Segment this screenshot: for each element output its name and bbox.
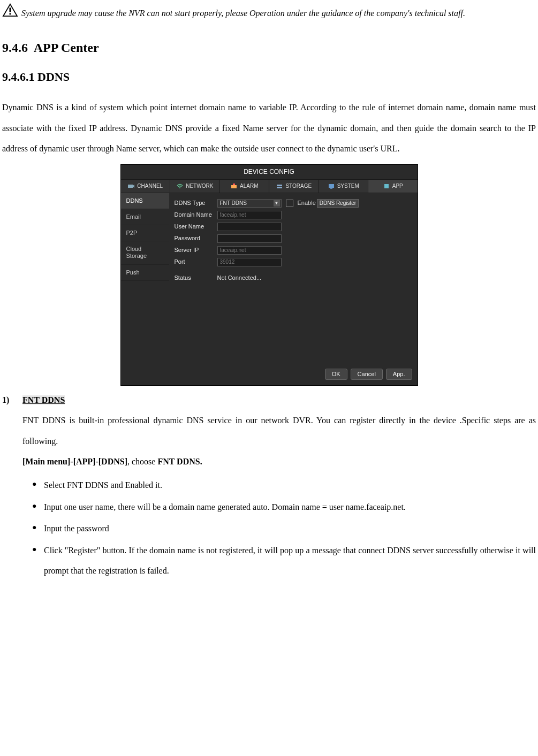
bullet-list: ● Select FNT DDNS and Enabled it. ● Inpu… <box>22 475 536 581</box>
svg-rect-12 <box>384 184 389 188</box>
sidebar-item-p2p[interactable]: P2P <box>121 225 169 241</box>
enable-label: Enable <box>298 200 316 207</box>
path-app: [APP] <box>73 457 96 466</box>
svg-rect-1 <box>10 7 11 12</box>
bullet-item: ● Input one user name, there will be a d… <box>32 497 536 517</box>
domain-name-input[interactable] <box>217 211 282 219</box>
status-value: Not Connected... <box>217 274 262 281</box>
bullet-text: Input the password <box>44 518 536 539</box>
panel-sidebar: DDNS Email P2P Cloud Storage Push <box>121 193 169 364</box>
wifi-icon <box>176 183 184 189</box>
tab-alarm[interactable]: ALARM <box>220 180 270 193</box>
heading-number: 9.4.6 <box>2 41 28 55</box>
heading-title: APP Center <box>34 41 99 55</box>
ddns-register-button[interactable]: DDNS Register <box>317 199 359 208</box>
tab-label: SYSTEM <box>337 183 359 189</box>
warning-icon <box>2 3 18 17</box>
bullet-text: Select FNT DDNS and Enabled it. <box>44 475 536 495</box>
svg-rect-3 <box>128 185 133 188</box>
storage-icon <box>276 183 283 189</box>
tab-label: CHANNEL <box>137 183 163 189</box>
tab-app[interactable]: APP <box>368 180 418 193</box>
app-icon <box>383 183 390 189</box>
numbered-list: 1) FNT DDNS FNT DDNS is built-in profess… <box>2 390 536 583</box>
panel-form: DDNS Type FNT DDNS ▼ Enable DDNS Registe… <box>169 193 418 364</box>
tab-channel[interactable]: CHANNEL <box>121 180 171 193</box>
bullet-item: ● Input the password <box>32 518 536 539</box>
panel-tabs: CHANNEL NETWORK ALARM STORAGE SYSTEM APP <box>121 179 418 193</box>
svg-rect-7 <box>233 184 235 185</box>
svg-rect-6 <box>231 185 237 188</box>
tab-label: STORAGE <box>285 183 312 189</box>
intro-paragraph: Dynamic DNS is a kind of system which po… <box>2 97 536 159</box>
tab-label: APP <box>392 183 403 189</box>
svg-rect-2 <box>10 13 11 15</box>
bullet-icon: ● <box>32 540 44 582</box>
sidebar-item-push[interactable]: Push <box>121 265 169 281</box>
sidebar-item-email[interactable]: Email <box>121 209 169 225</box>
bullet-icon: ● <box>32 518 44 539</box>
svg-rect-10 <box>329 184 334 188</box>
panel-title: DEVICE CONFIG <box>121 165 418 179</box>
app-button[interactable]: App. <box>386 369 412 380</box>
bullet-text: Input one user name, there will be a dom… <box>44 497 536 517</box>
server-ip-input[interactable] <box>217 246 282 255</box>
path-ddns: [DDNS] <box>98 457 127 466</box>
ddns-type-select[interactable]: FNT DDNS ▼ <box>217 199 282 208</box>
panel-footer: OK Cancel App. <box>121 364 418 385</box>
tab-label: ALARM <box>240 183 258 189</box>
svg-rect-11 <box>330 188 332 189</box>
tab-network[interactable]: NETWORK <box>170 180 220 193</box>
ok-button[interactable]: OK <box>325 369 347 380</box>
status-label: Status <box>175 274 217 281</box>
system-icon <box>328 183 335 189</box>
svg-point-5 <box>179 187 180 188</box>
bullet-icon: ● <box>32 497 44 517</box>
bullet-text: Click "Register" button. If the domain n… <box>44 540 536 582</box>
ddns-type-value: FNT DDNS <box>220 200 247 207</box>
heading-title: DDNS <box>37 70 70 83</box>
warning-block: System upgrade may cause the NVR can not… <box>2 3 536 24</box>
tab-label: NETWORK <box>186 183 213 189</box>
chevron-down-icon: ▼ <box>274 200 280 207</box>
svg-rect-9 <box>277 187 282 188</box>
alarm-icon <box>230 183 238 189</box>
port-label: Port <box>175 258 217 265</box>
cancel-button[interactable]: Cancel <box>351 369 383 380</box>
warning-text: System upgrade may cause the NVR can not… <box>21 3 465 24</box>
list-item-1: 1) FNT DDNS FNT DDNS is built-in profess… <box>2 390 536 583</box>
sidebar-item-cloud[interactable]: Cloud Storage <box>121 241 169 264</box>
user-name-input[interactable] <box>217 223 282 231</box>
password-input[interactable] <box>217 234 282 243</box>
tab-storage[interactable]: STORAGE <box>269 180 319 193</box>
sidebar-item-ddns[interactable]: DDNS <box>121 193 169 209</box>
heading-number: 9.4.6.1 <box>2 70 35 83</box>
path-main-menu: [Main menu] <box>22 457 70 466</box>
tab-system[interactable]: SYSTEM <box>319 180 369 193</box>
camera-icon <box>127 183 135 189</box>
heading-9-4-6-1: 9.4.6.1 DDNS <box>2 70 536 85</box>
path-choice: FNT DDNS. <box>157 457 202 466</box>
menu-path: [Main menu]-[APP]-[DDNS], choose FNT DDN… <box>22 452 536 472</box>
server-ip-label: Server IP <box>175 247 217 254</box>
device-config-panel: DEVICE CONFIG CHANNEL NETWORK ALARM STOR… <box>120 164 418 386</box>
path-mid: , choose <box>127 457 157 466</box>
user-name-label: User Name <box>175 223 217 230</box>
svg-rect-8 <box>277 185 282 186</box>
bullet-item: ● Select FNT DDNS and Enabled it. <box>32 475 536 495</box>
svg-marker-4 <box>133 185 134 188</box>
list-para-1: FNT DDNS is built-in professional dynami… <box>22 410 536 452</box>
list-title-fnt-ddns: FNT DDNS <box>22 395 65 404</box>
heading-9-4-6: 9.4.6 APP Center <box>2 40 536 56</box>
bullet-icon: ● <box>32 475 44 495</box>
port-input[interactable] <box>217 258 282 266</box>
ddns-type-label: DDNS Type <box>175 200 217 207</box>
enable-checkbox[interactable] <box>286 200 293 207</box>
list-number: 1) <box>2 390 22 583</box>
password-label: Password <box>175 235 217 242</box>
domain-name-label: Domain Name <box>175 211 217 218</box>
bullet-item: ● Click "Register" button. If the domain… <box>32 540 536 582</box>
